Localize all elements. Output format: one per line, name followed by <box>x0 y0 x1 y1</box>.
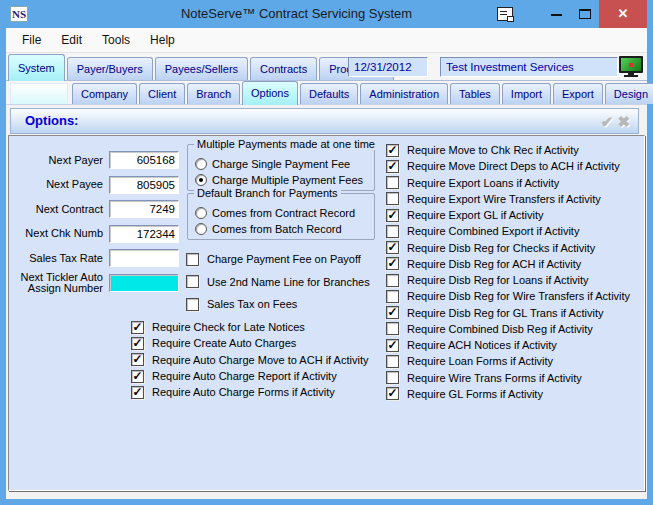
checkbox-row[interactable]: Require Disb Reg for GL Trans if Activit… <box>386 305 642 321</box>
checkbox-row[interactable]: Sales Tax on Fees <box>186 293 386 316</box>
checkbox-row[interactable]: Require Disb Reg for Checks if Activity <box>386 240 642 256</box>
checkbox-row[interactable]: Require ACH Notices if Activity <box>386 337 642 353</box>
checkbox-label: Require GL Forms if Activity <box>407 388 543 400</box>
app-window: NS NoteServe™ Contract Servicing System … <box>0 0 653 505</box>
checkbox-row[interactable]: Require Disb Reg for Wire Transfers if A… <box>386 288 642 304</box>
sub-tab[interactable]: Defaults <box>300 83 358 104</box>
sub-tab[interactable]: Branch <box>187 83 240 104</box>
radio-icon-selected <box>195 174 207 186</box>
default-branch-group: Default Branch for Payments Comes from C… <box>187 193 375 240</box>
radio-label: Comes from Contract Record <box>212 207 355 219</box>
checkbox-row[interactable]: Require Combined Disb Reg if Activity <box>386 321 642 337</box>
checkbox-label: Require Auto Charge Forms if Activity <box>152 386 335 398</box>
sub-tab-strip: Company Client Branch Options Defaults A… <box>6 81 647 105</box>
sub-tab[interactable]: Tables <box>450 83 500 104</box>
multiple-payments-group: Multiple Payments made at one time Charg… <box>187 144 375 191</box>
checkbox-row[interactable]: Require Check for Late Notices <box>131 319 381 335</box>
close-button[interactable]: ✕ <box>599 0 647 28</box>
sub-tab[interactable]: Import <box>502 83 551 104</box>
sub-tab[interactable]: Options <box>242 81 298 105</box>
require-auto-charge-checkboxes: Require Check for Late Notices Require C… <box>131 319 381 400</box>
field-input[interactable]: 7249 <box>109 200 179 218</box>
field-input[interactable]: 605168 <box>109 151 179 169</box>
radio-option-batch-record[interactable]: Comes from Batch Record <box>195 221 342 236</box>
radio-label: Charge Multiple Payment Fees <box>212 174 363 186</box>
checkbox-label: Require Auto Charge Move to ACH if Activ… <box>152 354 368 366</box>
checkbox-row[interactable]: Require Combined Export if Activity <box>386 223 642 239</box>
radio-icon <box>195 223 207 235</box>
checkbox-row[interactable]: Require Move Direct Deps to ACH if Activ… <box>386 158 642 174</box>
main-tab[interactable]: Contracts <box>250 57 317 80</box>
field-input[interactable]: 805905 <box>109 176 179 194</box>
sub-tab[interactable]: Administration <box>360 83 448 104</box>
field-row: Sales Tax Rate <box>11 246 179 271</box>
radio-option-contract-record[interactable]: Comes from Contract Record <box>195 205 355 220</box>
sub-tabs: Company Client Branch Options Defaults A… <box>72 81 653 104</box>
system-date-field[interactable]: 12/31/2012 <box>348 57 428 77</box>
checkbox-row[interactable]: Use 2nd Name Line for Branches <box>186 271 386 294</box>
field-input[interactable] <box>109 274 179 292</box>
checkbox-icon <box>131 370 144 383</box>
checkbox-icon <box>386 241 399 254</box>
checkbox-row[interactable]: Charge Payment Fee on Payoff <box>186 248 386 271</box>
main-tabs: System Payer/Buyers Payees/Sellers Contr… <box>8 54 396 80</box>
company-name-field[interactable]: Test Investment Services <box>440 57 618 77</box>
checkbox-icon <box>386 306 399 319</box>
menu-item[interactable]: Edit <box>51 29 92 51</box>
checkbox-row[interactable]: Require Auto Charge Forms if Activity <box>131 384 381 400</box>
maximize-button[interactable] <box>572 0 598 28</box>
sub-tab[interactable]: Company <box>72 83 137 104</box>
radio-label: Comes from Batch Record <box>212 223 342 235</box>
checkbox-row[interactable]: Require Create Auto Charges <box>131 335 381 351</box>
checkbox-icon <box>131 337 144 350</box>
field-value: 605168 <box>137 154 178 166</box>
cancel-icon[interactable]: ✖ <box>617 112 630 131</box>
main-tab[interactable]: Payees/Sellers <box>155 57 248 80</box>
checkbox-label: Require Auto Charge Report if Activity <box>152 370 337 382</box>
menu-item[interactable]: Tools <box>92 29 140 51</box>
menu-item[interactable]: File <box>12 29 51 51</box>
checkbox-label: Require Export Loans if Activity <box>407 177 559 189</box>
section-header: Options: ✔ ✖ <box>10 108 639 134</box>
checkbox-row[interactable]: Require Loan Forms if Activity <box>386 353 642 369</box>
checkbox-icon <box>186 253 199 266</box>
checkbox-row[interactable]: Require Auto Charge Report if Activity <box>131 368 381 384</box>
monitor-icon[interactable] <box>619 56 643 78</box>
minimize-button[interactable] <box>544 0 570 28</box>
checkbox-label: Require Wire Trans Forms if Activity <box>407 372 582 384</box>
radio-option-single-fee[interactable]: Charge Single Payment Fee <box>195 156 350 171</box>
field-row: Next Contract 7249 <box>11 197 179 222</box>
checkbox-row[interactable]: Require Auto Charge Move to ACH if Activ… <box>131 352 381 368</box>
main-tab[interactable]: Payer/Buyers <box>67 57 153 80</box>
checkbox-row[interactable]: Require Move to Chk Rec if Activity <box>386 142 642 158</box>
checkbox-row[interactable]: Require Wire Trans Forms if Activity <box>386 370 642 386</box>
checkbox-row[interactable]: Require Disb Reg for ACH if Activity <box>386 256 642 272</box>
radio-label: Charge Single Payment Fee <box>212 158 350 170</box>
field-row: Next Payer 605168 <box>11 148 179 173</box>
sub-tab[interactable]: Design <box>605 83 653 104</box>
checkbox-row[interactable]: Require Export Loans if Activity <box>386 175 642 191</box>
field-row: Next Tickler Auto Assign Number <box>11 271 179 296</box>
sub-tab[interactable]: Export <box>553 83 603 104</box>
checkbox-label: Charge Payment Fee on Payoff <box>207 253 361 265</box>
sub-tab[interactable]: Client <box>139 83 185 104</box>
checkbox-row[interactable]: Require Export GL if Activity <box>386 207 642 223</box>
fee-option-checkboxes: Charge Payment Fee on Payoff Use 2nd Nam… <box>186 248 386 316</box>
confirm-icon[interactable]: ✔ <box>601 112 614 131</box>
checkbox-row[interactable]: Require GL Forms if Activity <box>386 386 642 402</box>
checkbox-icon <box>131 353 144 366</box>
checkbox-icon <box>131 321 144 334</box>
field-input[interactable] <box>109 249 179 267</box>
checkbox-row[interactable]: Require Export Wire Transfers if Activit… <box>386 191 642 207</box>
checkbox-label: Sales Tax on Fees <box>207 298 297 310</box>
checkbox-icon <box>386 257 399 270</box>
checkbox-icon <box>186 298 199 311</box>
radio-option-multiple-fees[interactable]: Charge Multiple Payment Fees <box>195 172 363 187</box>
checkbox-label: Require Disb Reg for Checks if Activity <box>407 242 595 254</box>
radio-icon <box>195 207 207 219</box>
checkbox-row[interactable]: Require Disb Reg for Loans if Activity <box>386 272 642 288</box>
field-input[interactable]: 172344 <box>109 225 179 243</box>
main-tab[interactable]: System <box>8 54 65 81</box>
window-preview-icon[interactable] <box>497 7 513 21</box>
menu-item[interactable]: Help <box>140 29 185 51</box>
